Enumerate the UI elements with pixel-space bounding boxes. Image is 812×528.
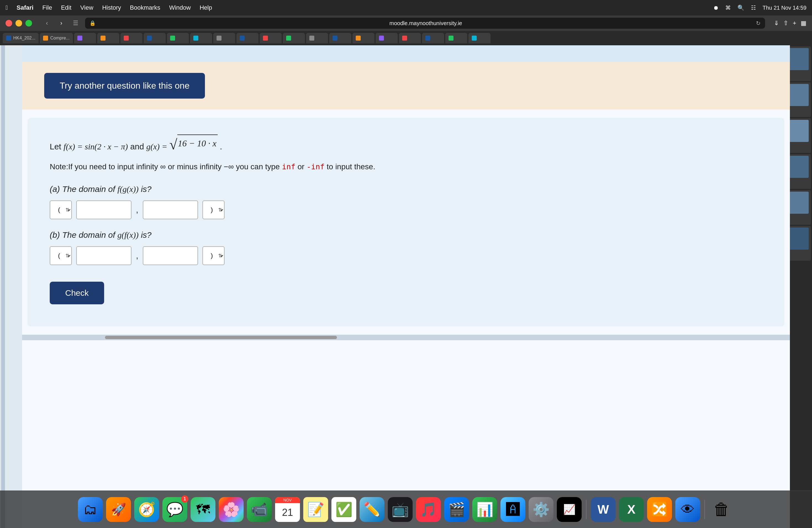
dock-item-freeform[interactable]: ✏️ xyxy=(360,497,385,522)
tab-favicon xyxy=(6,35,11,41)
part-a-left-bracket-select[interactable]: ( [ xyxy=(50,201,72,219)
dock-item-photos[interactable]: 🌸 xyxy=(219,497,244,522)
tab-20[interactable] xyxy=(468,33,491,43)
tv-icon: 📺 xyxy=(392,501,409,517)
tab-19[interactable] xyxy=(445,33,467,43)
dock-item-safari[interactable]: 🧭 xyxy=(134,497,159,522)
radical-expression: √ 16 − 10 · x xyxy=(169,134,217,151)
menu-window[interactable]: Window xyxy=(169,4,191,11)
tabs-bar: HK4_202... Compre... xyxy=(0,31,812,45)
tab-18[interactable] xyxy=(422,33,444,43)
dock-item-trash[interactable]: 🗑 xyxy=(709,497,734,522)
maps-icon: 🗺 xyxy=(196,501,210,517)
part-a-right-bracket-select[interactable]: ) ] xyxy=(202,201,224,219)
tab-3[interactable] xyxy=(74,33,96,43)
excel-icon: X xyxy=(627,503,635,516)
new-tab-icon[interactable]: + xyxy=(793,19,796,27)
part-a-right-input[interactable] xyxy=(143,201,198,219)
dock-item-rosetta[interactable]: 🔀 xyxy=(647,497,672,522)
horizontal-scrollbar[interactable] xyxy=(22,335,790,340)
part-b-left-bracket-select[interactable]: ( [ xyxy=(50,246,72,265)
question-intro: Let f(x) = sin(2 · x − π) and g(x) = √ 1… xyxy=(50,134,762,153)
part-b-text: (b) The domain of xyxy=(50,230,117,239)
apple-menu[interactable]:  xyxy=(5,4,8,11)
part-a-left-input[interactable] xyxy=(76,201,131,219)
dock-item-imovie[interactable]: 🎬 xyxy=(444,497,469,522)
menu-safari[interactable]: Safari xyxy=(17,4,33,11)
part-a-label: (a) The domain of f(g(x)) is? xyxy=(50,185,762,194)
dock-item-music[interactable]: 🎵 xyxy=(416,497,441,522)
dock-item-appstore[interactable]: 🅰 xyxy=(501,497,525,522)
notes-icon: 📝 xyxy=(307,501,324,517)
dock-separator xyxy=(586,500,586,519)
dock-item-settings[interactable]: ⚙️ xyxy=(528,497,553,522)
tab-9[interactable] xyxy=(213,33,235,43)
tab-favicon xyxy=(263,35,268,41)
dock-item-finder[interactable]: 🗂 xyxy=(78,497,103,522)
messages-icon: 💬 xyxy=(166,501,184,517)
preview-icon: 👁 xyxy=(681,501,695,517)
menu-view[interactable]: View xyxy=(81,4,93,11)
tab-8[interactable] xyxy=(190,33,212,43)
forward-button[interactable]: › xyxy=(56,18,66,28)
share-icon[interactable]: ⇧ xyxy=(783,19,788,27)
tab-hk4[interactable]: HK4_202... xyxy=(3,33,39,43)
tab-compre[interactable]: Compre... xyxy=(40,33,73,43)
part-b-right-bracket-select[interactable]: ) ] xyxy=(202,246,224,265)
reload-button[interactable]: ↻ xyxy=(756,20,760,27)
dock-item-reminders[interactable]: ✅ xyxy=(331,497,356,522)
menu-history[interactable]: History xyxy=(102,4,121,11)
dock-item-facetime[interactable]: 📹 xyxy=(247,497,272,522)
part-a-right-bracket-wrapper[interactable]: ) ] xyxy=(202,201,224,219)
tab-overview-icon[interactable]: ▦ xyxy=(801,19,807,27)
part-b-left-bracket-wrapper[interactable]: ( [ xyxy=(50,246,72,265)
tab-13[interactable] xyxy=(306,33,328,43)
dock-item-preview[interactable]: 👁 xyxy=(675,497,700,522)
browser-nav: ‹ › ☰ xyxy=(42,18,81,28)
part-b-interval-row: ( [ , ) ] xyxy=(50,246,762,265)
dock-item-word[interactable]: W xyxy=(591,497,615,522)
tab-5[interactable] xyxy=(120,33,143,43)
maximize-button[interactable] xyxy=(25,20,32,27)
part-b-left-input[interactable] xyxy=(76,246,131,265)
part-b-right-bracket-wrapper[interactable]: ) ] xyxy=(202,246,224,265)
tab-16[interactable] xyxy=(376,33,398,43)
tab-17[interactable] xyxy=(399,33,421,43)
tab-6[interactable] xyxy=(144,33,166,43)
part-a-left-bracket-wrapper[interactable]: ( [ xyxy=(50,201,72,219)
tab-4[interactable] xyxy=(97,33,119,43)
search-icon[interactable]: 🔍 xyxy=(737,4,744,11)
back-button[interactable]: ‹ xyxy=(42,18,52,28)
tab-11[interactable] xyxy=(260,33,282,43)
try-another-button[interactable]: Try another question like this one xyxy=(44,73,205,99)
dock-item-excel[interactable]: X xyxy=(619,497,644,522)
tab-7[interactable] xyxy=(167,33,189,43)
dock-item-numbers[interactable]: 📊 xyxy=(472,497,497,522)
dock-item-launchpad[interactable]: 🚀 xyxy=(106,497,131,522)
tab-14[interactable] xyxy=(329,33,351,43)
menu-bookmarks[interactable]: Bookmarks xyxy=(130,4,160,11)
dock-item-tv[interactable]: 📺 xyxy=(388,497,412,522)
menu-help[interactable]: Help xyxy=(200,4,212,11)
check-button[interactable]: Check xyxy=(50,282,104,304)
dock-item-notes[interactable]: 📝 xyxy=(303,497,328,522)
tab-15[interactable] xyxy=(352,33,375,43)
part-b-right-input[interactable] xyxy=(143,246,198,265)
dock-item-stocks[interactable]: 📈 xyxy=(557,497,582,522)
address-bar[interactable]: 🔒 moodle.maynoothuniversity.ie ↻ xyxy=(85,18,765,29)
scrollbar-thumb[interactable] xyxy=(105,336,337,339)
dock-item-calendar[interactable]: NOV 21 xyxy=(275,497,300,522)
part-b-formula: g(f(x)) xyxy=(117,230,139,239)
control-center-icon[interactable]: ☷ xyxy=(751,4,756,11)
tab-12[interactable] xyxy=(283,33,305,43)
dock-item-maps[interactable]: 🗺 xyxy=(191,497,215,522)
dock-item-messages[interactable]: 💬 1 xyxy=(162,497,187,522)
comma-separator-a: , xyxy=(136,205,139,215)
minimize-button[interactable] xyxy=(15,20,22,27)
downloads-icon[interactable]: ⇓ xyxy=(774,19,779,27)
sidebar-toggle[interactable]: ☰ xyxy=(71,18,81,28)
tab-10[interactable] xyxy=(236,33,259,43)
menu-file[interactable]: File xyxy=(42,4,52,11)
close-button[interactable] xyxy=(5,20,12,27)
menu-edit[interactable]: Edit xyxy=(61,4,72,11)
